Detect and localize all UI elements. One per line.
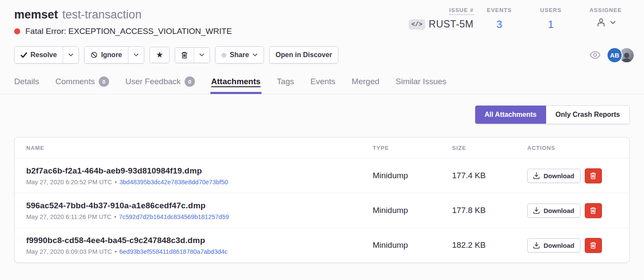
issue-header: memsettest-transaction Fatal Error: EXCE… — [0, 0, 644, 36]
delete-button-group — [175, 47, 210, 63]
download-icon — [533, 242, 540, 249]
share-status-dot — [222, 53, 226, 58]
column-header-actions: ACTIONS — [516, 145, 629, 151]
seen-by-avatars: AB — [607, 47, 635, 63]
attachment-file-name: b2f7ac6b-f2a1-464b-aeb9-93d810984f19.dmp — [26, 166, 361, 176]
table-row: b2f7ac6b-f2a1-464b-aeb9-93d810984f19.dmp… — [15, 158, 629, 193]
tab-details[interactable]: Details — [14, 73, 39, 94]
resolve-button-group: Resolve — [14, 46, 79, 64]
download-button[interactable]: Download — [527, 169, 580, 183]
issue-number-label: ISSUE # — [449, 7, 474, 15]
bookmark-button-group: ★ — [149, 47, 170, 63]
transaction-name: test-transaction — [62, 8, 142, 21]
share-button[interactable]: Share — [216, 47, 263, 63]
events-label: EVENTS — [487, 7, 512, 13]
seen-by-eye-icon — [589, 51, 601, 59]
mute-icon — [91, 52, 97, 58]
trash-icon — [590, 242, 596, 249]
attachment-size: 177.4 KB — [440, 171, 516, 180]
attachment-size: 177.8 KB — [440, 206, 516, 215]
column-header-name: NAME — [15, 145, 361, 151]
attachment-date: May 27, 2020 6:20:52 PM UTC — [26, 179, 112, 186]
column-header-size: SIZE — [440, 145, 516, 151]
discover-button-group: Open in Discover — [269, 46, 339, 64]
check-icon — [21, 52, 27, 58]
open-in-discover-button[interactable]: Open in Discover — [270, 47, 338, 63]
events-count[interactable]: 3 — [496, 18, 502, 30]
attachments-table: NAME TYPE SIZE ACTIONS b2f7ac6b-f2a1-464… — [14, 137, 630, 263]
error-level-dot — [14, 28, 20, 34]
event-id-link[interactable]: 3bd48395b3dc42e7838e8dd70e73bf50 — [119, 179, 228, 186]
issue-stats: ISSUE # </> RUST-5M EVENTS 3 USERS 1 ASS… — [398, 7, 635, 30]
ignore-label: Ignore — [101, 51, 122, 59]
meta-separator: • — [115, 248, 117, 255]
issue-short-id-value: RUST-5M — [429, 18, 474, 30]
attachment-type: Minidump — [361, 206, 440, 215]
download-icon — [533, 172, 540, 179]
issue-action-toolbar: Resolve Ignore ★ — [0, 46, 644, 64]
tab-attachments[interactable]: Attachments — [211, 73, 261, 94]
column-header-type: TYPE — [361, 145, 440, 151]
attachment-type: Minidump — [361, 171, 440, 180]
trash-icon — [590, 207, 596, 214]
attachment-file-name: 596ac524-7bbd-4b37-910a-a1e86cedf47c.dmp — [26, 201, 361, 210]
ignore-button[interactable]: Ignore — [85, 47, 128, 63]
attachment-type: Minidump — [361, 240, 440, 250]
download-icon — [533, 207, 540, 214]
filter-all-attachments-button[interactable]: All Attachments — [475, 106, 546, 124]
download-button[interactable]: Download — [527, 238, 580, 253]
delete-attachment-button[interactable] — [585, 168, 602, 183]
tab-tags[interactable]: Tags — [277, 73, 294, 94]
error-message: Fatal Error: EXCEPTION_ACCESS_VIOLATION_… — [25, 27, 232, 36]
users-label: USERS — [540, 7, 562, 13]
table-row: f9990bc8-cd58-4ee4-ba45-c9c247848c3d.dmp… — [15, 228, 629, 262]
tab-merged[interactable]: Merged — [352, 73, 379, 94]
tab-events[interactable]: Events — [310, 73, 335, 94]
attachment-filter-toggle: All Attachments Only Crash Reports — [475, 105, 630, 124]
chevron-down-icon — [252, 53, 258, 57]
download-button[interactable]: Download — [527, 204, 580, 218]
table-body: b2f7ac6b-f2a1-464b-aeb9-93d810984f19.dmp… — [15, 158, 629, 262]
resolve-label: Resolve — [30, 51, 57, 59]
tab-comments[interactable]: Comments 0 — [55, 73, 109, 94]
chevron-down-icon — [610, 21, 616, 24]
tab-user-feedback[interactable]: User Feedback 0 — [125, 73, 195, 94]
table-row: 596ac524-7bbd-4b37-910a-a1e86cedf47c.dmp… — [15, 193, 629, 228]
bookmark-star-button[interactable]: ★ — [150, 47, 169, 63]
trash-icon — [590, 172, 596, 180]
tab-similar-issues[interactable]: Similar Issues — [396, 73, 447, 94]
delete-attachment-button[interactable] — [585, 238, 602, 253]
person-icon — [595, 17, 607, 28]
chevron-down-icon — [134, 53, 139, 57]
resolve-button[interactable]: Resolve — [15, 47, 63, 63]
assignee-label: ASSIGNEE — [589, 7, 622, 13]
filter-only-crash-reports-button[interactable]: Only Crash Reports — [546, 106, 629, 124]
delete-issue-button[interactable] — [175, 48, 194, 63]
trash-icon — [181, 52, 188, 59]
table-header-row: NAME TYPE SIZE ACTIONS — [15, 137, 629, 158]
attachment-file-name: f9990bc8-cd58-4ee4-ba45-c9c247848c3d.dmp — [26, 236, 361, 245]
avatar[interactable]: AB — [607, 47, 623, 63]
ignore-dropdown-button[interactable] — [128, 47, 144, 63]
issue-short-id: </> RUST-5M — [409, 18, 474, 30]
share-button-group: Share — [215, 46, 264, 64]
attachment-date: May 27, 2020 6:09:03 PM UTC — [26, 248, 112, 255]
open-in-discover-label: Open in Discover — [276, 51, 332, 59]
delete-dropdown-button[interactable] — [194, 48, 210, 63]
delete-attachment-button[interactable] — [585, 203, 602, 218]
tab-count-badge: 0 — [99, 76, 109, 87]
culprit-function: memset — [14, 8, 58, 21]
resolve-dropdown-button[interactable] — [63, 47, 79, 63]
event-id-link[interactable]: 6ed93b3ef558411d8618780a7abd3d4c — [119, 248, 228, 255]
event-id-link[interactable]: 7c592d7d2b1641dc834569b181257d59 — [119, 213, 229, 220]
star-icon: ★ — [156, 51, 163, 59]
users-count[interactable]: 1 — [548, 18, 553, 30]
tab-strip: Details Comments 0 User Feedback 0 Attac… — [0, 73, 644, 94]
chevron-down-icon — [68, 53, 73, 57]
attachment-size: 182.2 KB — [440, 240, 516, 250]
share-label: Share — [230, 51, 249, 59]
assignee-dropdown[interactable] — [595, 17, 616, 28]
code-icon: </> — [409, 19, 425, 30]
meta-separator: • — [115, 179, 117, 186]
meta-separator: • — [114, 213, 116, 220]
